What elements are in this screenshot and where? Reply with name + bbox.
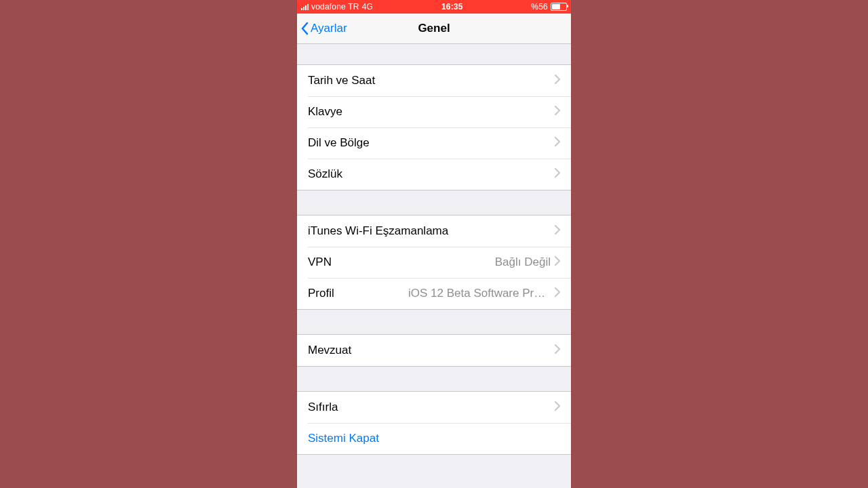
row-label: Sıfırla: [308, 401, 338, 414]
row-label: Klavye: [308, 105, 342, 119]
phone-frame: vodafone TR 4G 16:35 %56 Ayarlar Genel T…: [297, 0, 571, 488]
row-date-time[interactable]: Tarih ve Saat: [297, 65, 571, 96]
row-detail: Bağlı Değil: [495, 256, 551, 269]
cell-group: iTunes Wi-Fi EşzamanlamaVPNBağlı DeğilPr…: [297, 215, 571, 310]
row-label: iTunes Wi-Fi Eşzamanlama: [308, 224, 448, 238]
row-shutdown[interactable]: Sistemi Kapat: [297, 423, 571, 454]
chevron-right-icon: [555, 74, 560, 87]
status-right: %56: [531, 2, 567, 12]
status-bar: vodafone TR 4G 16:35 %56: [297, 0, 571, 14]
row-label: VPN: [308, 256, 332, 269]
row-keyboard[interactable]: Klavye: [297, 96, 571, 127]
cell-group: Mevzuat: [297, 334, 571, 367]
group-spacer: [297, 455, 571, 482]
chevron-right-icon: [555, 167, 560, 181]
back-label: Ayarlar: [311, 22, 347, 35]
back-button[interactable]: Ayarlar: [297, 22, 347, 35]
group-spacer: [297, 310, 571, 334]
chevron-right-icon: [555, 401, 560, 414]
row-regulatory[interactable]: Mevzuat: [297, 335, 571, 366]
row-label: Sistemi Kapat: [308, 432, 379, 445]
nav-bar: Ayarlar Genel: [297, 14, 571, 44]
chevron-right-icon: [555, 344, 560, 357]
chevron-right-icon: [555, 136, 560, 150]
row-vpn[interactable]: VPNBağlı Değil: [297, 247, 571, 278]
row-itunes-wifi-sync[interactable]: iTunes Wi-Fi Eşzamanlama: [297, 216, 571, 247]
group-spacer: [297, 190, 571, 215]
chevron-right-icon: [555, 105, 560, 119]
chevron-left-icon: [301, 22, 309, 35]
status-time: 16:35: [441, 2, 463, 12]
row-detail: iOS 12 Beta Software Profile: [408, 287, 551, 300]
row-label: Dil ve Bölge: [308, 136, 370, 150]
cell-group: SıfırlaSistemi Kapat: [297, 391, 571, 455]
chevron-right-icon: [555, 256, 560, 269]
settings-content[interactable]: Tarih ve SaatKlavyeDil ve BölgeSözlükiTu…: [297, 44, 571, 488]
row-label: Tarih ve Saat: [308, 74, 375, 87]
row-label: Profil: [308, 287, 334, 300]
chevron-right-icon: [555, 287, 560, 300]
battery-percent-label: %56: [531, 2, 548, 12]
row-dictionary[interactable]: Sözlük: [297, 159, 571, 190]
carrier-label: vodafone TR: [311, 2, 359, 12]
signal-icon: [301, 3, 309, 10]
group-spacer: [297, 44, 571, 64]
row-language-region[interactable]: Dil ve Bölge: [297, 127, 571, 159]
status-left: vodafone TR 4G: [301, 2, 373, 12]
network-label: 4G: [362, 2, 373, 12]
row-label: Mevzuat: [308, 344, 351, 357]
row-reset[interactable]: Sıfırla: [297, 392, 571, 423]
row-profile[interactable]: ProfiliOS 12 Beta Software Profile: [297, 278, 571, 309]
group-spacer: [297, 367, 571, 391]
battery-icon: [551, 3, 567, 11]
chevron-right-icon: [555, 224, 560, 238]
row-label: Sözlük: [308, 167, 342, 181]
cell-group: Tarih ve SaatKlavyeDil ve BölgeSözlük: [297, 64, 571, 190]
